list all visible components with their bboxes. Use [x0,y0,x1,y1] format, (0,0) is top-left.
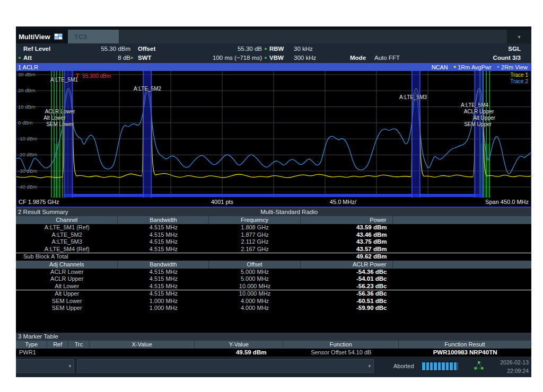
channels-table-body: A:LTE_5M1 (Ref)4.515 MHz1.808 GHz43.59 d… [16,224,531,261]
sweep-progress-bar [422,362,459,371]
channel-name-cell: A:LTE_5M3 [16,238,118,246]
bandwidth-cell: 1.000 MHz [118,305,209,312]
channel-label-aclr_lower: ACLR Lower [45,109,75,114]
column-header: Ref [47,341,68,349]
status-dropdown-small[interactable]: ▾ [16,359,74,373]
window-aclr: 1 ACLR NCAN ● 1Rm AvgPwr ● 2Rm View 30 d… [16,63,531,208]
column-header: ACLR Power [301,261,393,269]
trace2-info: ● 2Rm View [497,64,528,70]
tab-tc3-label: TC3 [74,33,87,41]
column-header-filler [393,261,531,269]
filler-cell [393,283,531,290]
channel-label-sem_lower: SEM Lower [46,121,74,127]
tab-tc3[interactable]: TC3 [68,30,119,43]
bandwidth-cell: 4.515 MHz [118,238,209,246]
table-row: A:LTE_5M24.515 MHz1.877 GHz43.46 dBm [16,231,531,239]
y-axis-tick-label: 10 dBm [18,104,36,110]
mode-label: Mode [350,55,374,61]
bandwidth-cell: 4.515 MHz [118,246,209,253]
time-text: 22:09:24 [500,367,529,375]
channel-label-ch4: A:LTE_5M4 [461,102,488,108]
msr-subtitle: Multi-Standard Radio [260,208,318,216]
channel-name-cell: Sub Block A Total [16,253,118,261]
frequency-cell: 2.112 GHz [209,238,300,246]
spectrum-traces-svg [16,71,531,198]
swt-value[interactable]: 100 ms (~718 ms) [162,55,262,61]
result-summary-title: 2 Result Summary [18,209,68,215]
analyzer-app-window: MultiView TC3 ▾ Ref Level 55.30 dBm [16,26,531,377]
marker-row: PWR149.59 dBmSensor Offset 54.10 dBPWR10… [16,349,531,356]
chevron-down-icon: ▾ [368,363,371,369]
sweep-mode-sgl-badge: SGL [452,44,521,53]
status-dropdown-wide[interactable]: ▾ [77,359,374,373]
filler-cell [393,246,531,253]
adjacent-table-body: ACLR Lower4.515 MHz5.000 MHz-54.36 dBcAC… [16,269,531,312]
trigger-t-icon: T [76,73,79,79]
att-value[interactable]: 8 dB [56,55,130,61]
window-result-summary: 2 Result Summary Multi-Standard Radio Ch… [16,208,531,333]
marker-table-titlebar: 3 Marker Table [16,333,531,341]
rbw-value[interactable]: 30 kHz [291,46,350,52]
center-frequency-readout[interactable]: CF 1.9875 GHz [19,199,59,205]
att-label: Att [23,55,56,61]
chevron-down-icon: ▾ [68,363,71,369]
offset-cell: 5.000 MHz [209,275,300,283]
legend-trace2: Trace 2 [510,78,528,84]
marker-type-cell: PWR1 [16,349,47,356]
tab-list-dropdown-button[interactable]: ▾ [507,30,531,43]
rbw-status-ok-dot: ● [262,46,269,51]
aclr-power-cell: -60.51 dBc [301,298,393,305]
trace2-dot-icon: ● [497,65,500,69]
bandwidth-cell: 4.515 MHz [118,231,209,239]
column-header: Offset [209,261,300,269]
sweep-status-text: Aborted [393,363,414,369]
multiview-grid-icon [54,33,63,40]
bandwidth-cell: 4.515 MHz [118,283,209,290]
channel-label-alt_upper: Alt Upper [473,115,495,121]
adj-channel-name-cell: ACLR Upper [16,275,118,283]
y-axis-tick-label: -30 dBm [18,168,37,174]
table-row: SEM Upper1.000 MHz4.000 MHz-59.90 dBc [16,305,531,312]
filler-cell [393,269,531,276]
tab-bar: MultiView TC3 ▾ [16,26,531,43]
ref-level-value[interactable]: 55.30 dBm [56,46,130,52]
table-row: Alt Upper4.515 MHz10.000 MHz-56.36 dBc [16,290,531,298]
tab-strip-filler [119,30,507,43]
screenshot-page: MultiView TC3 ▾ Ref Level 55.30 dBm [0,0,543,392]
column-header: Adj Channels [16,261,118,269]
table-row: A:LTE_5M4 (Ref)4.515 MHz2.167 GHz43.57 d… [16,246,531,254]
adj-channel-name-cell: Alt Upper [16,290,118,298]
aclr-power-cell: -56.23 dBc [301,283,393,290]
marker-x-value-cell [90,349,195,356]
channel-settings-bar: Ref Level 55.30 dBm Offset 55.30 dB ● RB… [16,43,531,63]
channel-label-ch2: A:LTE_5M2 [134,86,161,92]
column-header: Bandwidth [118,261,209,269]
marker-table-body: PWR149.59 dBmSensor Offset 54.10 dBPWR10… [16,349,531,356]
y-axis-tick-label: -20 dBm [18,152,37,157]
column-header-filler [393,216,531,224]
offset-value[interactable]: 55.30 dB [162,46,262,52]
channel-label-alt_lower: Alt Lower [43,115,66,121]
span-readout[interactable]: Span 450.0 MHz [485,199,529,205]
tab-multiview-label: MultiView [19,33,50,41]
spectrum-plot[interactable]: 30 dBm20 dBm10 dBm0 dBm-10 dBm-20 dBm-30… [16,71,531,198]
mode-value[interactable]: Auto FFT [374,55,400,61]
y-axis-tick-label: -40 dBm [18,184,37,190]
table-row: A:LTE_5M1 (Ref)4.515 MHz1.808 GHz43.59 d… [16,224,531,231]
tab-multiview[interactable]: MultiView [16,30,68,43]
filler-cell [393,290,531,298]
swt-label: SWT [138,55,162,61]
channel-name-cell: A:LTE_5M1 (Ref) [16,224,118,231]
adj-channel-name-cell: Alt Lower [16,283,118,290]
channel-label-sem_upper: SEM Upper [464,121,492,127]
adj-channel-name-cell: SEM Upper [16,305,118,312]
vbw-value[interactable]: 300 kHz [291,55,350,61]
aclr-power-cell: -59.90 dBc [301,305,393,312]
bandwidth-cell: 4.515 MHz [118,275,209,283]
table-row: ACLR Lower4.515 MHz5.000 MHz-54.36 dBc [16,269,531,276]
sweep-count-badge: Count 3/3 [452,54,521,62]
table-row: SEM Lower1.000 MHz4.000 MHz-60.51 dBc [16,298,531,305]
marker-trc-cell [68,349,90,356]
filler-cell [393,238,531,246]
marker-ref-cell [47,349,68,356]
